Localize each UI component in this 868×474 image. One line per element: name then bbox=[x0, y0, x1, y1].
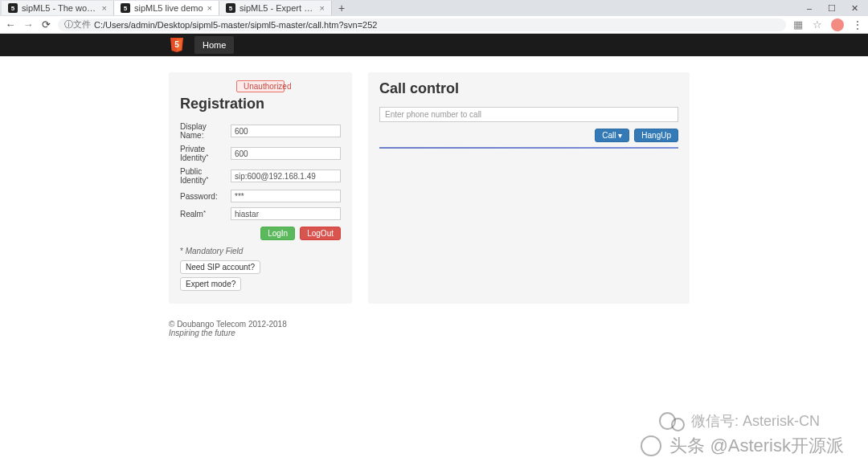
tab-sipml5-expert[interactable]: 5 sipML5 - Expert mode × bbox=[219, 1, 332, 15]
url-input[interactable]: ⓘ 文件 C:/Users/admin/Desktop/sipml5-maste… bbox=[58, 18, 786, 31]
realm-input[interactable] bbox=[231, 207, 341, 220]
realm-label: Realm bbox=[180, 210, 231, 219]
user-avatar[interactable] bbox=[831, 18, 844, 31]
browser-menu-button[interactable]: ⋮ bbox=[852, 18, 863, 31]
html5-logo-icon: 5 bbox=[169, 36, 185, 54]
hangup-button[interactable]: HangUp bbox=[634, 129, 678, 142]
window-controls: – ☐ ✕ bbox=[804, 3, 866, 14]
bookmark-icon[interactable]: ☆ bbox=[812, 18, 823, 31]
tab-close-icon[interactable]: × bbox=[207, 3, 212, 13]
expert-mode-button[interactable]: Expert mode? bbox=[180, 277, 241, 291]
registration-title: Registration bbox=[180, 96, 341, 112]
call-control-panel: Call control Call ▾ HangUp bbox=[368, 72, 690, 304]
tab-bar: 5 sipML5 - The world's first open… × 5 s… bbox=[0, 0, 868, 16]
url-scheme-label: 文件 bbox=[73, 18, 91, 31]
tab-sipml5-demo[interactable]: 5 sipML5 live demo × bbox=[114, 1, 219, 15]
browser-chrome: 5 sipML5 - The world's first open… × 5 s… bbox=[0, 0, 868, 34]
public-identity-input[interactable] bbox=[231, 170, 341, 182]
tab-title: sipML5 - The world's first open… bbox=[22, 3, 98, 13]
call-control-title: Call control bbox=[379, 80, 678, 97]
nav-home-link[interactable]: Home bbox=[194, 36, 234, 54]
tab-close-icon[interactable]: × bbox=[102, 3, 107, 13]
new-tab-button[interactable]: + bbox=[332, 0, 351, 16]
public-identity-label: Public Identity bbox=[180, 167, 231, 185]
footer: © Doubango Telecom 2012-2018 Inspiring t… bbox=[169, 320, 868, 337]
url-text: C:/Users/admin/Desktop/sipml5-master/sip… bbox=[94, 20, 377, 30]
translate-icon[interactable]: ▦ bbox=[792, 18, 804, 31]
status-badge: Unauthorized bbox=[236, 80, 285, 92]
password-input[interactable] bbox=[231, 190, 341, 202]
favicon-icon: 5 bbox=[226, 3, 235, 13]
need-sip-account-button[interactable]: Need SIP account? bbox=[180, 260, 260, 274]
tab-title: sipML5 - Expert mode bbox=[240, 3, 316, 13]
address-bar: ← → ⟳ ⓘ 文件 C:/Users/admin/Desktop/sipml5… bbox=[0, 16, 868, 34]
call-divider bbox=[379, 147, 678, 149]
phone-number-input[interactable] bbox=[379, 107, 678, 122]
tab-sipml5-home[interactable]: 5 sipML5 - The world's first open… × bbox=[2, 1, 114, 15]
file-icon: ⓘ bbox=[64, 18, 73, 31]
tab-close-icon[interactable]: × bbox=[320, 3, 325, 13]
nav-reload-button[interactable]: ⟳ bbox=[40, 18, 51, 31]
svg-text:5: 5 bbox=[174, 40, 179, 49]
nav-back-button[interactable]: ← bbox=[5, 18, 16, 31]
footer-tagline: Inspiring the future bbox=[169, 329, 868, 337]
footer-copyright: © Doubango Telecom 2012-2018 bbox=[169, 320, 868, 329]
private-identity-label: Private Identity bbox=[180, 145, 231, 162]
mandatory-note: Mandatory Field bbox=[180, 247, 341, 255]
registration-panel: Unauthorized Registration Display Name: … bbox=[169, 72, 352, 304]
window-minimize-button[interactable]: – bbox=[804, 3, 815, 14]
display-name-input[interactable] bbox=[231, 125, 341, 137]
window-close-button[interactable]: ✕ bbox=[849, 3, 860, 14]
page-navbar: 5 Home bbox=[0, 34, 868, 56]
nav-forward-button[interactable]: → bbox=[23, 18, 34, 31]
logout-button[interactable]: LogOut bbox=[300, 227, 341, 240]
window-maximize-button[interactable]: ☐ bbox=[826, 3, 837, 14]
password-label: Password: bbox=[180, 192, 231, 201]
login-button[interactable]: LogIn bbox=[260, 227, 295, 240]
call-button[interactable]: Call ▾ bbox=[595, 129, 629, 142]
tab-title: sipML5 live demo bbox=[134, 3, 203, 13]
favicon-icon: 5 bbox=[8, 3, 18, 13]
favicon-icon: 5 bbox=[121, 3, 130, 13]
private-identity-input[interactable] bbox=[231, 147, 341, 160]
display-name-label: Display Name: bbox=[180, 122, 231, 140]
